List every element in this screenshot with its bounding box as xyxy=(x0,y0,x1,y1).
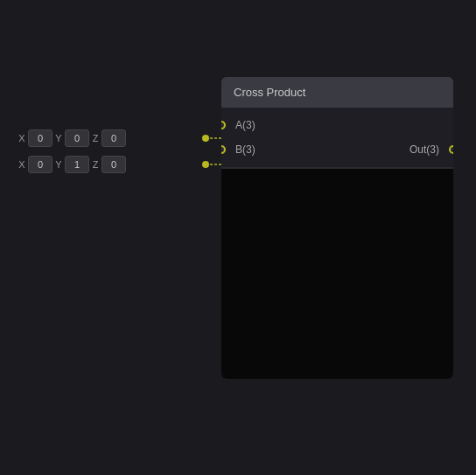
svg-point-0 xyxy=(202,135,209,142)
input-a-label: A(3) xyxy=(235,119,256,131)
node-header: Cross Product xyxy=(221,77,453,108)
node-body: A(3) B(3) Out(3) xyxy=(221,108,453,167)
vector-a-input: X Y Z xyxy=(18,129,126,147)
input-b-label: B(3) xyxy=(235,143,256,156)
input-port-a[interactable] xyxy=(221,121,226,129)
vec-a-z-field[interactable] xyxy=(102,129,126,147)
node-title: Cross Product xyxy=(234,86,305,99)
svg-point-1 xyxy=(202,161,209,168)
vec-a-z-label: Z xyxy=(91,133,100,143)
output-port[interactable] xyxy=(449,145,453,154)
cross-product-node: Cross Product A(3) B(3) Out(3) xyxy=(221,77,453,379)
vec-a-x-component: X xyxy=(18,129,52,147)
vec-b-x-field[interactable] xyxy=(28,156,52,173)
vec-a-y-component: Y xyxy=(54,129,89,147)
vec-a-y-label: Y xyxy=(54,133,63,143)
output-label: Out(3) xyxy=(410,143,439,156)
node-bottom-area xyxy=(221,169,453,379)
vec-b-x-label: X xyxy=(18,159,26,170)
vec-b-y-field[interactable] xyxy=(65,156,89,173)
vec-b-z-component: Z xyxy=(91,156,126,173)
node-row-input-a: A(3) xyxy=(221,113,453,137)
vec-a-x-field[interactable] xyxy=(28,129,52,147)
input-port-b[interactable] xyxy=(221,145,226,154)
vec-b-z-field[interactable] xyxy=(102,156,126,173)
vec-a-y-field[interactable] xyxy=(65,129,89,147)
vec-a-z-component: Z xyxy=(91,129,126,147)
vec-b-x-component: X xyxy=(18,156,52,173)
vector-b-input: X Y Z xyxy=(18,156,126,173)
vec-b-z-label: Z xyxy=(91,159,100,170)
vec-a-x-label: X xyxy=(18,133,26,143)
vec-b-y-label: Y xyxy=(54,159,63,170)
canvas: X Y Z X Y Z Cross Product xyxy=(0,0,476,475)
vec-b-y-component: Y xyxy=(54,156,89,173)
